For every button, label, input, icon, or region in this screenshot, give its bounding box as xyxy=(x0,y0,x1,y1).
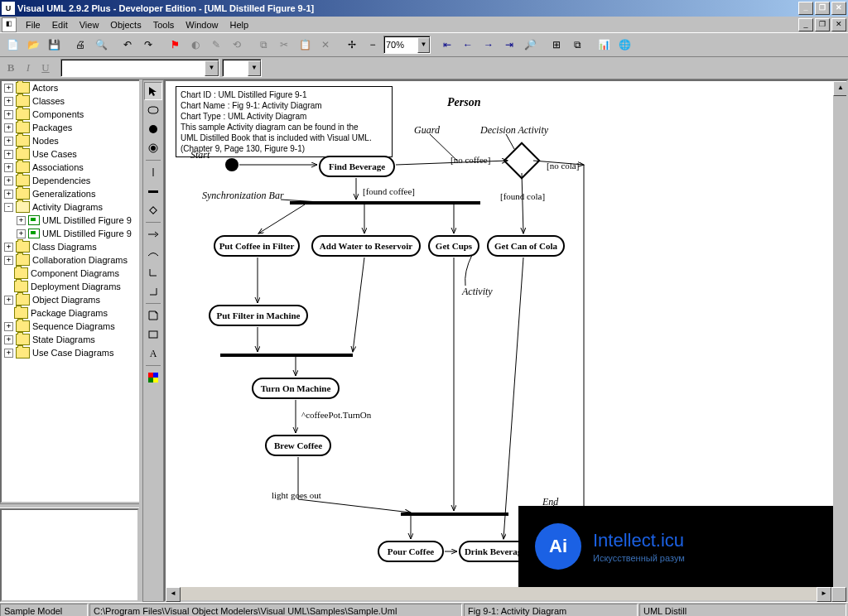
delete-button[interactable]: ✕ xyxy=(316,35,335,55)
transition-tool[interactable] xyxy=(144,225,162,243)
scroll-left-button[interactable]: ◄ xyxy=(166,587,181,602)
size-input[interactable] xyxy=(223,63,248,73)
nav-next-button[interactable]: → xyxy=(479,35,499,55)
report-button[interactable]: 📊 xyxy=(594,35,614,55)
sync-bar-3[interactable] xyxy=(401,513,508,516)
tree-item[interactable]: +UML Distilled Figure 9 xyxy=(2,214,141,227)
bold-button[interactable]: B xyxy=(2,60,19,76)
note-tool[interactable] xyxy=(144,306,162,325)
window-tile-button[interactable]: ⊞ xyxy=(547,35,566,55)
tree-item[interactable]: +Dependencies xyxy=(2,174,141,187)
diagram-note[interactable]: Chart ID : UML Distilled Figure 9-1 Char… xyxy=(176,86,393,157)
tree-item[interactable]: +Components xyxy=(2,108,141,121)
mdi-icon[interactable]: ◧ xyxy=(2,17,17,32)
activity-pfm[interactable]: Put Filter in Machine xyxy=(209,305,308,326)
size-dropdown-icon[interactable]: ▼ xyxy=(248,60,261,76)
print-button[interactable]: 🖨 xyxy=(70,35,90,55)
model-tree[interactable]: +Actors+Classes+Components+Packages+Node… xyxy=(0,79,142,503)
start-node[interactable] xyxy=(225,158,238,171)
activity-tool[interactable] xyxy=(144,101,162,119)
diagram-canvas[interactable]: Chart ID : UML Distilled Figure 9-1 Char… xyxy=(166,81,833,587)
menu-tools[interactable]: Tools xyxy=(147,18,181,31)
tree-item[interactable]: +Associations xyxy=(2,161,141,174)
activity-awr[interactable]: Add Water to Reservoir xyxy=(311,235,421,257)
zoom-out-button[interactable]: − xyxy=(363,35,383,55)
horizontal-scrollbar[interactable]: ◄ ► xyxy=(166,587,846,600)
find-button[interactable]: 🔎 xyxy=(520,35,540,55)
tree-item[interactable]: +Use Case Diagrams xyxy=(2,346,141,359)
mdi-restore-button[interactable]: ❐ xyxy=(815,18,830,31)
text-tool[interactable]: A xyxy=(144,344,162,363)
tool-c[interactable]: ⟲ xyxy=(227,35,247,55)
redo-button[interactable]: ↷ xyxy=(138,35,158,55)
font-combo[interactable]: ▼ xyxy=(60,59,219,77)
window-cascade-button[interactable]: ⧉ xyxy=(567,35,587,55)
tool-b[interactable]: ✎ xyxy=(206,35,226,55)
pointer-tool[interactable] xyxy=(144,82,162,100)
tree-item[interactable]: Deployment Diagrams xyxy=(2,280,141,293)
tree-item[interactable]: -Activity Diagrams xyxy=(2,200,141,214)
activity-brew[interactable]: Brew Coffee xyxy=(265,435,331,456)
decision-node[interactable] xyxy=(503,142,540,179)
close-button[interactable]: ✕ xyxy=(831,2,846,15)
copy-button[interactable]: ⧉ xyxy=(253,35,273,55)
tree-item[interactable]: +Actors xyxy=(2,81,141,94)
sync-bar-1[interactable] xyxy=(290,201,480,205)
tree-item[interactable]: Package Diagrams xyxy=(2,306,141,320)
activity-pour[interactable]: Pour Coffee xyxy=(378,541,444,562)
vline-tool[interactable] xyxy=(144,163,162,181)
activity-gc[interactable]: Get Cups xyxy=(428,235,479,257)
tree-item[interactable]: Component Diagrams xyxy=(2,267,141,280)
maximize-button[interactable]: ❐ xyxy=(815,2,830,15)
tree-item[interactable]: +Sequence Diagrams xyxy=(2,320,141,333)
activity-gcc[interactable]: Get Can of Cola xyxy=(487,235,565,257)
nav-first-button[interactable]: ⇤ xyxy=(437,35,457,55)
tree-item[interactable]: +Object Diagrams xyxy=(2,293,141,306)
tool-a[interactable]: ◐ xyxy=(186,35,205,55)
vertical-scrollbar[interactable]: ▲ xyxy=(833,81,846,587)
preview-button[interactable]: 🔍 xyxy=(91,35,111,55)
ortho-tool[interactable] xyxy=(144,263,162,282)
minimize-button[interactable]: _ xyxy=(798,2,813,15)
color-tool[interactable] xyxy=(144,368,162,387)
tree-item[interactable]: +Class Diagrams xyxy=(2,240,141,253)
tree-item[interactable]: +Use Cases xyxy=(2,147,141,161)
sync-bar-2[interactable] xyxy=(220,354,353,357)
ortho2-tool[interactable] xyxy=(144,282,162,301)
activity-find[interactable]: Find Beverage xyxy=(319,156,395,177)
tree-item[interactable]: +Collaboration Diagrams xyxy=(2,253,141,267)
activity-pcf[interactable]: Put Coffee in Filter xyxy=(214,235,300,257)
zoom-dropdown-icon[interactable]: ▼ xyxy=(417,37,430,53)
zoom-fit-button[interactable]: ✢ xyxy=(342,35,362,55)
zoom-input[interactable] xyxy=(384,40,417,50)
tree-item[interactable]: +State Diagrams xyxy=(2,333,141,346)
decision-tool[interactable] xyxy=(144,201,162,219)
underline-button[interactable]: U xyxy=(37,60,54,76)
nav-last-button[interactable]: ⇥ xyxy=(499,35,519,55)
new-button[interactable]: 📄 xyxy=(2,35,22,55)
open-button[interactable]: 📂 xyxy=(23,35,43,55)
end-tool[interactable] xyxy=(144,139,162,157)
menu-view[interactable]: View xyxy=(74,18,105,31)
start-tool[interactable] xyxy=(144,120,162,138)
flow-tool[interactable] xyxy=(144,244,162,262)
tree-item[interactable]: +Nodes xyxy=(2,134,141,147)
hsync-tool[interactable] xyxy=(144,182,162,200)
tree-item[interactable]: +Classes xyxy=(2,94,141,108)
font-dropdown-icon[interactable]: ▼ xyxy=(205,60,219,76)
mdi-minimize-button[interactable]: _ xyxy=(798,18,813,31)
nav-prev-button[interactable]: ← xyxy=(458,35,478,55)
check-button[interactable]: ⚑ xyxy=(165,35,185,55)
save-button[interactable]: 💾 xyxy=(44,35,64,55)
font-input[interactable] xyxy=(61,63,205,73)
menu-edit[interactable]: Edit xyxy=(46,18,74,31)
menu-window[interactable]: Window xyxy=(180,18,224,31)
paste-button[interactable]: 📋 xyxy=(295,35,315,55)
tree-item[interactable]: +Generalizations xyxy=(2,187,141,200)
zoom-combo[interactable]: ▼ xyxy=(383,36,431,54)
size-combo[interactable]: ▼ xyxy=(222,59,262,77)
tree-item[interactable]: +UML Distilled Figure 9 xyxy=(2,227,141,240)
activity-tom[interactable]: Turn On Machine xyxy=(252,378,340,399)
menu-file[interactable]: File xyxy=(20,18,46,31)
mdi-close-button[interactable]: ✕ xyxy=(831,18,846,31)
